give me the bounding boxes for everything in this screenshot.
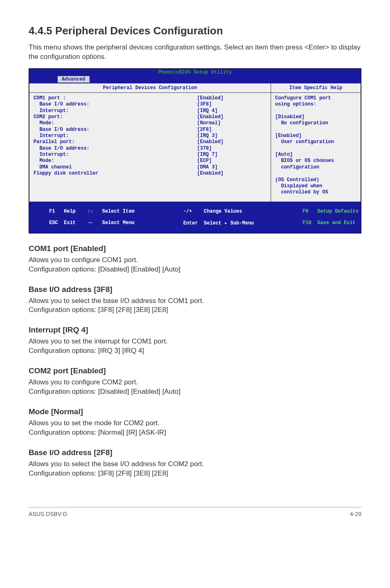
bios-footer-col3-line1: F9 Setup Defaults: [303, 209, 359, 214]
bios-footer-col3-line2: F10 Save and Exit: [303, 220, 356, 226]
footer-left: ASUS DSBV-D: [29, 511, 67, 517]
subsection-body: Allows you to configure COM1 port. Confi…: [29, 256, 361, 274]
section-heading: 4.4.5 Peripheral Devices Configuration: [29, 25, 361, 37]
bios-tab-bar: Advanced: [29, 76, 361, 83]
bios-tab-advanced[interactable]: Advanced: [58, 76, 90, 83]
subsection-body: Allows you to configure COM2 port. Confi…: [29, 378, 361, 397]
bios-left-panel: Peripheral Devices Configuration COM1 po…: [29, 83, 271, 202]
subsection-body: Allows you to set the interrupt for COM1…: [29, 337, 361, 356]
subsection-heading: Base I/O address [2F8]: [29, 448, 361, 457]
bios-footer-col2-line1: -/+ Change Values: [183, 209, 242, 214]
intro-paragraph: This menu shows the peripheral devices c…: [29, 43, 361, 62]
subsection-heading: COM2 port [Enabled]: [29, 366, 361, 375]
bios-help-panel: Item Specific Help Confugure COM1 port u…: [271, 83, 361, 202]
subsection-body: Allows you to set the mode for COM2 port…: [29, 419, 361, 438]
bios-footer-col2-line2: Enter Select ▸ Sub-Menu: [183, 220, 254, 226]
subsection-body: Allows you to select the base I/O addres…: [29, 460, 361, 478]
subsection-heading: Interrupt [IRQ 4]: [29, 325, 361, 334]
bios-setting-labels[interactable]: COM1 port : Base I/O address: Interrupt:…: [34, 95, 197, 177]
subsection-body: Allows you to select the base I/O addres…: [29, 296, 361, 315]
bios-footer-col1-line2: ESC Exit →← Select Menu: [49, 220, 134, 226]
footer-right: 4-29: [350, 511, 361, 517]
subsection-heading: Mode [Normal]: [29, 407, 361, 416]
bios-left-header: Peripheral Devices Configuration: [29, 83, 271, 93]
bios-footer: F1 Help ↑↓ Select Item ESC Exit →← Selec…: [29, 202, 361, 233]
bios-footer-col1-line1: F1 Help ↑↓ Select Item: [49, 209, 134, 214]
page-footer: ASUS DSBV-D 4-29: [29, 507, 361, 517]
bios-help-text: Confugure COM1 port using options: [Disa…: [271, 93, 361, 202]
subsection-heading: Base I/O address [3F8]: [29, 285, 361, 294]
bios-screenshot: PhoenixBIOS Setup Utility Advanced Perip…: [29, 68, 361, 233]
bios-setting-values[interactable]: [Enabled] [3F8] [IRQ 4] [Enabled] [Norma…: [197, 95, 267, 177]
bios-help-header: Item Specific Help: [271, 83, 361, 93]
subsection-heading: COM1 port [Enabled]: [29, 244, 361, 253]
bios-title: PhoenixBIOS Setup Utility: [29, 69, 361, 76]
